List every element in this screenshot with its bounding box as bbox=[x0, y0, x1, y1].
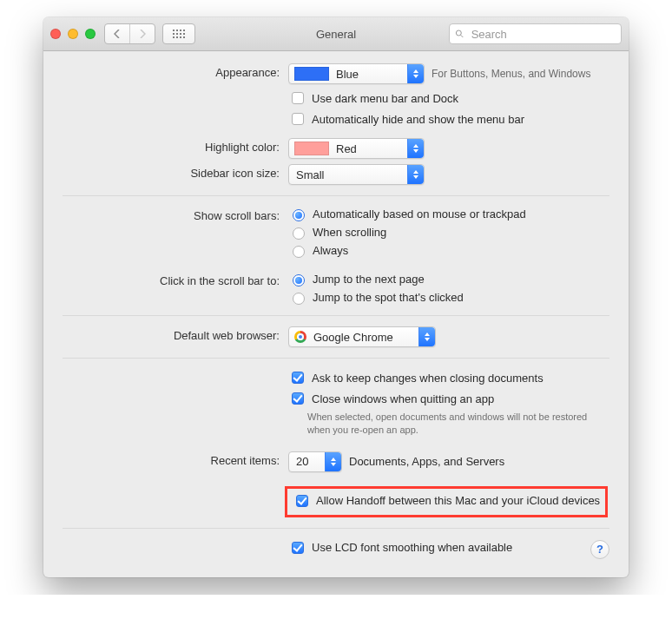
updown-icon bbox=[407, 64, 424, 83]
auto-hide-menu-checkbox[interactable] bbox=[292, 113, 304, 125]
jump-spot-label: Jump to the spot that's clicked bbox=[313, 291, 464, 304]
search-icon bbox=[455, 29, 464, 39]
svg-line-1 bbox=[461, 35, 464, 37]
auto-hide-menu-label: Automatically hide and show the menu bar bbox=[312, 113, 524, 126]
scroll-when-label: When scrolling bbox=[313, 226, 386, 239]
sidebar-size-popup[interactable]: Small bbox=[288, 164, 425, 185]
grid-icon bbox=[173, 30, 185, 38]
browser-label: Default web browser: bbox=[63, 326, 288, 347]
browser-value: Google Chrome bbox=[306, 331, 400, 344]
dark-menu-label: Use dark menu bar and Dock bbox=[312, 92, 458, 105]
forward-button[interactable] bbox=[130, 24, 155, 43]
updown-icon bbox=[418, 327, 435, 346]
scrollbars-label: Show scroll bars: bbox=[63, 207, 288, 258]
lcd-smoothing-label: Use LCD font smoothing when available bbox=[312, 541, 512, 554]
highlight-popup[interactable]: Red bbox=[288, 138, 425, 159]
updown-icon bbox=[407, 165, 424, 184]
appearance-label: Appearance: bbox=[63, 63, 288, 84]
zoom-button[interactable] bbox=[85, 29, 96, 39]
minimize-button[interactable] bbox=[68, 29, 78, 39]
ask-keep-label: Ask to keep changes when closing documen… bbox=[312, 372, 544, 385]
appearance-swatch bbox=[294, 67, 329, 81]
search-field[interactable] bbox=[449, 23, 622, 44]
scrollclick-label: Click in the scroll bar to: bbox=[63, 272, 288, 305]
titlebar: General bbox=[43, 17, 629, 51]
recent-items-popup[interactable]: 20 bbox=[288, 451, 342, 472]
handoff-label: Allow Handoff between this Mac and your … bbox=[316, 494, 600, 507]
show-all-button[interactable] bbox=[162, 23, 195, 44]
appearance-hint: For Buttons, Menus, and Windows bbox=[432, 68, 590, 80]
highlight-swatch bbox=[294, 142, 329, 155]
scroll-when-radio[interactable] bbox=[293, 227, 305, 240]
search-input[interactable] bbox=[470, 27, 616, 42]
separator bbox=[63, 195, 609, 196]
separator bbox=[63, 358, 609, 359]
updown-icon bbox=[407, 139, 424, 158]
recent-items-value: 20 bbox=[289, 455, 315, 468]
recent-hint: Documents, Apps, and Servers bbox=[349, 455, 504, 468]
appearance-value: Blue bbox=[329, 68, 366, 81]
svg-point-0 bbox=[456, 30, 461, 36]
appearance-popup[interactable]: Blue bbox=[288, 63, 425, 84]
close-windows-label: Close windows when quitting an app bbox=[312, 392, 494, 405]
dark-menu-checkbox[interactable] bbox=[292, 92, 304, 104]
close-windows-checkbox[interactable] bbox=[292, 392, 304, 405]
sidebar-size-value: Small bbox=[289, 168, 332, 181]
content: Appearance: Blue For Buttons, Menus, and… bbox=[43, 51, 629, 577]
separator bbox=[63, 528, 609, 529]
highlight-label: Highlight color: bbox=[63, 138, 288, 159]
nav-group bbox=[104, 23, 155, 44]
handoff-checkbox[interactable] bbox=[296, 495, 308, 507]
help-button[interactable]: ? bbox=[590, 540, 609, 559]
scroll-always-label: Always bbox=[313, 244, 348, 257]
lcd-smoothing-checkbox[interactable] bbox=[292, 542, 304, 554]
scroll-auto-radio[interactable] bbox=[293, 209, 305, 221]
updown-icon bbox=[325, 452, 341, 471]
traffic-lights bbox=[50, 29, 96, 39]
scroll-always-radio[interactable] bbox=[293, 246, 305, 258]
scroll-auto-label: Automatically based on mouse or trackpad bbox=[313, 207, 526, 221]
browser-popup[interactable]: Google Chrome bbox=[288, 326, 436, 347]
jump-page-radio[interactable] bbox=[293, 274, 305, 286]
recent-label: Recent items: bbox=[63, 451, 288, 472]
sidebar-label: Sidebar icon size: bbox=[63, 164, 288, 185]
close-button[interactable] bbox=[50, 29, 61, 39]
close-windows-hint: When selected, open documents and window… bbox=[288, 411, 609, 438]
chrome-icon bbox=[294, 331, 306, 343]
jump-spot-radio[interactable] bbox=[293, 293, 305, 305]
ask-keep-checkbox[interactable] bbox=[292, 372, 304, 384]
prefs-window: General Appearance: Blue For Buttons, Me… bbox=[43, 17, 629, 577]
back-button[interactable] bbox=[105, 24, 130, 43]
highlight-value: Red bbox=[329, 142, 364, 155]
separator bbox=[63, 315, 609, 316]
handoff-highlight: Allow Handoff between this Mac and your … bbox=[285, 486, 608, 517]
jump-page-label: Jump to the next page bbox=[313, 273, 425, 286]
